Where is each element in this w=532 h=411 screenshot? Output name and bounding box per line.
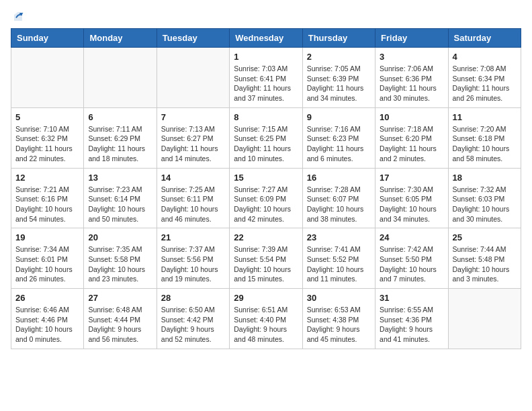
calendar-cell: 29Sunrise: 6:51 AMSunset: 4:40 PMDayligh… [230, 289, 302, 349]
cell-date-number: 6 [88, 112, 152, 122]
cell-info-text: Sunrise: 7:11 AMSunset: 6:29 PMDaylight:… [88, 124, 152, 164]
logo [11, 11, 24, 23]
calendar-cell: 2Sunrise: 7:05 AMSunset: 6:39 PMDaylight… [302, 48, 375, 108]
col-header-tuesday: Tuesday [157, 29, 229, 48]
cell-info-text: Sunrise: 6:50 AMSunset: 4:42 PMDaylight:… [161, 305, 225, 345]
cell-info-text: Sunrise: 6:51 AMSunset: 4:40 PMDaylight:… [234, 305, 298, 345]
calendar-cell: 11Sunrise: 7:20 AMSunset: 6:18 PMDayligh… [448, 107, 521, 168]
cell-info-text: Sunrise: 7:42 AMSunset: 5:50 PMDaylight:… [380, 244, 443, 284]
calendar-cell: 16Sunrise: 7:28 AMSunset: 6:07 PMDayligh… [302, 168, 375, 228]
cell-info-text: Sunrise: 7:28 AMSunset: 6:07 PMDaylight:… [307, 185, 371, 224]
cell-date-number: 2 [307, 52, 371, 62]
calendar-cell: 3Sunrise: 7:06 AMSunset: 6:36 PMDaylight… [375, 48, 448, 108]
cell-date-number: 18 [453, 173, 517, 183]
calendar-cell: 22Sunrise: 7:39 AMSunset: 5:54 PMDayligh… [230, 228, 302, 289]
cell-date-number: 19 [15, 232, 79, 242]
calendar-cell: 19Sunrise: 7:34 AMSunset: 6:01 PMDayligh… [11, 228, 84, 289]
col-header-sunday: Sunday [11, 29, 84, 48]
cell-info-text: Sunrise: 7:18 AMSunset: 6:20 PMDaylight:… [380, 124, 443, 164]
calendar-cell: 14Sunrise: 7:25 AMSunset: 6:11 PMDayligh… [157, 168, 229, 228]
logo-icon [12, 11, 24, 23]
cell-date-number: 5 [15, 112, 79, 122]
cell-date-number: 13 [88, 173, 152, 183]
cell-date-number: 8 [234, 112, 298, 122]
calendar-cell: 1Sunrise: 7:03 AMSunset: 6:41 PMDaylight… [230, 48, 302, 108]
cell-info-text: Sunrise: 7:08 AMSunset: 6:34 PMDaylight:… [453, 64, 517, 103]
cell-info-text: Sunrise: 7:05 AMSunset: 6:39 PMDaylight:… [307, 64, 371, 103]
col-header-friday: Friday [375, 29, 448, 48]
cell-date-number: 12 [15, 173, 79, 183]
cell-date-number: 28 [161, 293, 225, 303]
calendar-week-5: 26Sunrise: 6:46 AMSunset: 4:46 PMDayligh… [11, 289, 521, 349]
cell-info-text: Sunrise: 6:48 AMSunset: 4:44 PMDaylight:… [88, 305, 152, 345]
calendar-cell [11, 48, 84, 108]
calendar-week-2: 5Sunrise: 7:10 AMSunset: 6:32 PMDaylight… [11, 107, 521, 168]
calendar-week-3: 12Sunrise: 7:21 AMSunset: 6:16 PMDayligh… [11, 168, 521, 228]
cell-date-number: 20 [88, 232, 152, 242]
cell-info-text: Sunrise: 7:06 AMSunset: 6:36 PMDaylight:… [380, 64, 443, 103]
cell-date-number: 15 [234, 173, 298, 183]
col-header-thursday: Thursday [302, 29, 375, 48]
calendar-cell: 18Sunrise: 7:32 AMSunset: 6:03 PMDayligh… [448, 168, 521, 228]
cell-info-text: Sunrise: 6:53 AMSunset: 4:38 PMDaylight:… [307, 305, 371, 345]
cell-date-number: 27 [88, 293, 152, 303]
calendar-cell: 9Sunrise: 7:16 AMSunset: 6:23 PMDaylight… [302, 107, 375, 168]
cell-info-text: Sunrise: 7:16 AMSunset: 6:23 PMDaylight:… [307, 124, 371, 164]
cell-date-number: 4 [453, 52, 517, 62]
calendar-cell: 6Sunrise: 7:11 AMSunset: 6:29 PMDaylight… [84, 107, 157, 168]
calendar-cell [157, 48, 229, 108]
calendar-cell: 13Sunrise: 7:23 AMSunset: 6:14 PMDayligh… [84, 168, 157, 228]
cell-info-text: Sunrise: 7:30 AMSunset: 6:05 PMDaylight:… [380, 185, 443, 224]
cell-date-number: 29 [234, 293, 298, 303]
cell-date-number: 22 [234, 232, 298, 242]
calendar-cell: 8Sunrise: 7:15 AMSunset: 6:25 PMDaylight… [230, 107, 302, 168]
cell-date-number: 14 [161, 173, 225, 183]
cell-info-text: Sunrise: 7:32 AMSunset: 6:03 PMDaylight:… [453, 185, 517, 224]
cell-date-number: 31 [380, 293, 443, 303]
cell-info-text: Sunrise: 7:41 AMSunset: 5:52 PMDaylight:… [307, 244, 371, 284]
cell-info-text: Sunrise: 7:21 AMSunset: 6:16 PMDaylight:… [15, 185, 79, 224]
cell-date-number: 25 [453, 232, 517, 242]
cell-info-text: Sunrise: 6:46 AMSunset: 4:46 PMDaylight:… [15, 305, 79, 345]
cell-info-text: Sunrise: 7:20 AMSunset: 6:18 PMDaylight:… [453, 124, 517, 164]
calendar-cell: 30Sunrise: 6:53 AMSunset: 4:38 PMDayligh… [302, 289, 375, 349]
col-header-wednesday: Wednesday [230, 29, 302, 48]
cell-info-text: Sunrise: 7:27 AMSunset: 6:09 PMDaylight:… [234, 185, 298, 224]
cell-info-text: Sunrise: 7:15 AMSunset: 6:25 PMDaylight:… [234, 124, 298, 164]
cell-date-number: 3 [380, 52, 443, 62]
calendar-cell: 28Sunrise: 6:50 AMSunset: 4:42 PMDayligh… [157, 289, 229, 349]
col-header-monday: Monday [84, 29, 157, 48]
cell-date-number: 11 [453, 112, 517, 122]
calendar-cell: 5Sunrise: 7:10 AMSunset: 6:32 PMDaylight… [11, 107, 84, 168]
cell-date-number: 23 [307, 232, 371, 242]
calendar-cell: 27Sunrise: 6:48 AMSunset: 4:44 PMDayligh… [84, 289, 157, 349]
calendar-header-row: SundayMondayTuesdayWednesdayThursdayFrid… [11, 29, 521, 48]
calendar-cell: 4Sunrise: 7:08 AMSunset: 6:34 PMDaylight… [448, 48, 521, 108]
calendar-cell: 31Sunrise: 6:55 AMSunset: 4:36 PMDayligh… [375, 289, 448, 349]
page-header [11, 11, 521, 23]
calendar-cell: 20Sunrise: 7:35 AMSunset: 5:58 PMDayligh… [84, 228, 157, 289]
cell-date-number: 21 [161, 232, 225, 242]
calendar-week-1: 1Sunrise: 7:03 AMSunset: 6:41 PMDaylight… [11, 48, 521, 108]
calendar-table: SundayMondayTuesdayWednesdayThursdayFrid… [11, 28, 521, 349]
calendar-week-4: 19Sunrise: 7:34 AMSunset: 6:01 PMDayligh… [11, 228, 521, 289]
calendar-cell [448, 289, 521, 349]
cell-date-number: 26 [15, 293, 79, 303]
calendar-cell [84, 48, 157, 108]
calendar-cell: 15Sunrise: 7:27 AMSunset: 6:09 PMDayligh… [230, 168, 302, 228]
cell-info-text: Sunrise: 7:37 AMSunset: 5:56 PMDaylight:… [161, 244, 225, 284]
cell-date-number: 24 [380, 232, 443, 242]
col-header-saturday: Saturday [448, 29, 521, 48]
cell-date-number: 1 [234, 52, 298, 62]
cell-date-number: 17 [380, 173, 443, 183]
calendar-cell: 17Sunrise: 7:30 AMSunset: 6:05 PMDayligh… [375, 168, 448, 228]
cell-info-text: Sunrise: 7:44 AMSunset: 5:48 PMDaylight:… [453, 244, 517, 284]
cell-info-text: Sunrise: 7:25 AMSunset: 6:11 PMDaylight:… [161, 185, 225, 224]
calendar-cell: 12Sunrise: 7:21 AMSunset: 6:16 PMDayligh… [11, 168, 84, 228]
calendar-cell: 21Sunrise: 7:37 AMSunset: 5:56 PMDayligh… [157, 228, 229, 289]
cell-info-text: Sunrise: 7:10 AMSunset: 6:32 PMDaylight:… [15, 124, 79, 164]
cell-info-text: Sunrise: 7:35 AMSunset: 5:58 PMDaylight:… [88, 244, 152, 284]
cell-date-number: 10 [380, 112, 443, 122]
calendar-cell: 7Sunrise: 7:13 AMSunset: 6:27 PMDaylight… [157, 107, 229, 168]
calendar-cell: 23Sunrise: 7:41 AMSunset: 5:52 PMDayligh… [302, 228, 375, 289]
